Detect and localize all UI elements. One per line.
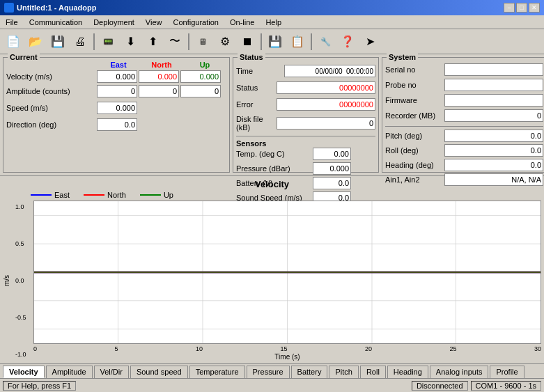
amplitude-east-input[interactable]: [97, 85, 137, 97]
error-label: Error: [236, 100, 277, 109]
print-button[interactable]: 🖨: [70, 32, 91, 52]
velocity-label: Velocity (m/s): [6, 72, 97, 81]
pc-button[interactable]: 🖥: [192, 32, 213, 52]
tab-pressure[interactable]: Pressure: [247, 366, 290, 378]
speed-input[interactable]: [97, 102, 137, 114]
save-button[interactable]: 💾: [47, 32, 68, 52]
pitch-row: Pitch (deg): [385, 130, 543, 142]
menu-help[interactable]: Help: [263, 17, 284, 27]
cfg-button[interactable]: ⚙: [215, 32, 235, 52]
firmware-input[interactable]: [444, 94, 543, 107]
comm-button[interactable]: 📟: [98, 32, 118, 52]
tab-heading[interactable]: Heading: [387, 366, 428, 378]
menu-bar: File Communication Deployment View Confi…: [0, 15, 544, 29]
time-input[interactable]: [284, 65, 375, 77]
probe-row: Probe no: [385, 79, 543, 91]
legend-up: Up: [140, 191, 173, 199]
legend-east-label: East: [54, 191, 70, 199]
error-row: Error: [236, 98, 375, 111]
new-button[interactable]: 📄: [3, 32, 24, 52]
main-content: Current East North Up Velocity (m/s) Amp…: [0, 54, 544, 392]
menu-view[interactable]: View: [143, 17, 165, 27]
pressure-input[interactable]: [313, 162, 351, 175]
x-axis-label: Time (s): [33, 353, 541, 361]
ain-input[interactable]: [444, 173, 543, 186]
tab-sound-speed[interactable]: Sound speed: [130, 366, 188, 378]
legend-up-label: Up: [164, 191, 173, 199]
pitch-label: Pitch (deg): [385, 132, 444, 140]
battery-input[interactable]: [313, 177, 351, 189]
serial-input[interactable]: [444, 63, 543, 76]
tab-battery[interactable]: Battery: [291, 366, 328, 378]
arrow-button[interactable]: ➤: [359, 32, 380, 52]
error-input[interactable]: [277, 98, 375, 111]
open-button[interactable]: 📂: [25, 32, 46, 52]
tab-bar: Velocity Amplitude Vel/Dir Sound speed T…: [0, 363, 544, 378]
probe-input[interactable]: [444, 79, 543, 91]
time-label: Time: [236, 67, 284, 75]
com-settings: COM1 - 9600 - 1s: [471, 381, 541, 391]
menu-configuration[interactable]: Configuration: [171, 17, 222, 27]
tab-analog-inputs[interactable]: Analog inputs: [430, 366, 489, 378]
help-button[interactable]: ❓: [337, 32, 358, 52]
tab-profile[interactable]: Profile: [490, 366, 524, 378]
col-east-header: East: [97, 61, 140, 69]
menu-deployment[interactable]: Deployment: [91, 17, 137, 27]
temp-input[interactable]: [313, 148, 351, 160]
minimize-button[interactable]: −: [504, 3, 515, 13]
direction-row: Direction (deg): [6, 118, 226, 131]
y-tick--1.0: -1.0: [15, 351, 32, 358]
velocity-up-input[interactable]: [180, 70, 221, 83]
status-input[interactable]: [277, 81, 375, 94]
amplitude-label: Amplitude (counts): [6, 87, 97, 95]
speed-dir-section: Speed (m/s) Direction (deg): [6, 102, 226, 133]
maximize-button[interactable]: □: [516, 3, 527, 13]
tools-icon: 🔧: [320, 37, 331, 47]
close-button[interactable]: ✕: [529, 3, 540, 13]
direction-input[interactable]: [97, 118, 137, 131]
legend-north-line: [84, 194, 104, 196]
download-button[interactable]: ⬇: [120, 32, 141, 52]
heading-row: Heading (deg): [385, 159, 543, 171]
recorder-input[interactable]: [444, 109, 543, 122]
tools-button[interactable]: 🔧: [315, 32, 336, 52]
tab-amplitude[interactable]: Amplitude: [46, 366, 93, 378]
menu-online[interactable]: On-line: [227, 17, 257, 27]
tab-velocity[interactable]: Velocity: [3, 366, 45, 378]
wave-button[interactable]: 〜: [164, 32, 185, 52]
menu-file[interactable]: File: [3, 17, 21, 27]
legend-north-label: North: [107, 191, 126, 199]
heading-input[interactable]: [444, 159, 543, 171]
tab-vel-dir[interactable]: Vel/Dir: [94, 366, 129, 378]
amplitude-north-input[interactable]: [139, 85, 179, 97]
disk-button[interactable]: 💾: [265, 32, 286, 52]
status-bar-right: Disconnected COM1 - 9600 - 1s: [412, 381, 541, 391]
stop-button[interactable]: ⏹: [237, 32, 258, 52]
status-bar: For Help, press F1 Disconnected COM1 - 9…: [0, 378, 544, 392]
velocity-north-input[interactable]: [139, 70, 179, 83]
velocity-east-input[interactable]: [97, 70, 137, 83]
tab-roll[interactable]: Roll: [360, 366, 386, 378]
right-sensors: Pitch (deg) Roll (deg) Heading (deg) Ain…: [385, 126, 543, 186]
print-icon: 🖨: [75, 36, 86, 48]
open-icon: 📂: [29, 35, 42, 48]
amplitude-up-input[interactable]: [180, 85, 221, 97]
app-icon: [4, 3, 14, 13]
sensors-title: Sensors: [236, 136, 375, 148]
tab-pitch[interactable]: Pitch: [329, 366, 358, 378]
tab-temperature[interactable]: Temperature: [189, 366, 245, 378]
pressure-row: Pressure (dBar): [236, 162, 375, 175]
save2-button[interactable]: 📋: [287, 32, 308, 52]
pitch-input[interactable]: [444, 130, 543, 142]
legend-up-line: [140, 194, 161, 196]
velocity-row: Velocity (m/s): [6, 70, 226, 83]
roll-input[interactable]: [444, 144, 543, 157]
x-tick-30: 30: [534, 345, 541, 352]
system-panel-title: System: [387, 53, 418, 61]
legend-east: East: [31, 191, 70, 199]
ain-label: Ain1, Ain2: [385, 175, 444, 184]
menu-communication[interactable]: Communication: [26, 17, 85, 27]
help-icon: ❓: [341, 35, 355, 48]
disk-input[interactable]: [277, 117, 375, 130]
upload-button[interactable]: ⬆: [142, 32, 163, 52]
